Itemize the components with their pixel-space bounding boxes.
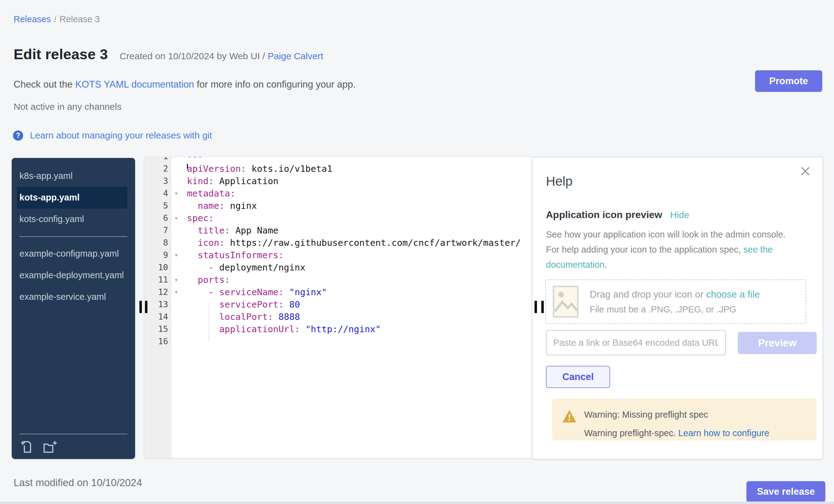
line-number: 2	[144, 162, 171, 175]
file-tree-actions	[19, 434, 127, 454]
fold-arrow-icon[interactable]: ▾	[171, 273, 187, 286]
code-line-7[interactable]: 7 title: App Name	[144, 224, 533, 237]
file-item-kots-config-yaml[interactable]: kots-config.yaml	[19, 209, 127, 230]
file-item-k8s-app-yaml[interactable]: k8s-app.yaml	[19, 165, 127, 187]
save-release-button[interactable]: Save release	[746, 481, 825, 502]
code-text: ---	[187, 157, 203, 162]
code-text: ports:	[187, 273, 230, 286]
fold-arrow-icon[interactable]: ▾	[171, 187, 187, 200]
left-pane-resize-handle[interactable]	[139, 301, 142, 313]
code-line-1[interactable]: 1---	[144, 157, 533, 162]
promote-button[interactable]: Promote	[755, 70, 822, 92]
fold-gutter	[171, 175, 187, 187]
code-line-5[interactable]: 5 name: nginx	[144, 200, 533, 212]
page-title: Edit release 3	[14, 46, 108, 63]
git-help-link[interactable]: ? Learn about managing your releases wit…	[13, 130, 212, 141]
code-line-8[interactable]: 8 icon: https://raw.githubusercontent.co…	[144, 237, 533, 249]
code-text: kind: Application	[187, 175, 279, 187]
file-item-example-configmap-yaml[interactable]: example-configmap.yaml	[19, 243, 127, 265]
channel-status: Not active in any channels	[14, 102, 122, 112]
line-number: 13	[144, 298, 171, 311]
file-item-example-deployment-yaml[interactable]: example-deployment.yaml	[19, 265, 127, 286]
created-info: Created on 10/10/2024 by Web UI / Paige …	[120, 51, 323, 61]
cancel-button[interactable]: Cancel	[546, 366, 610, 388]
title-row: Edit release 3 Created on 10/10/2024 by …	[14, 46, 323, 63]
code-text: - serviceName: "nginx"	[187, 286, 327, 298]
file-tree-sidebar: k8s-app.yamlkots-app.yamlkots-config.yam…	[12, 158, 135, 459]
code-line-4[interactable]: 4▾metadata:	[144, 187, 533, 200]
code-line-11[interactable]: 11▾ ports:	[144, 273, 533, 286]
code-line-2[interactable]: 2apiVersion: kots.io/v1beta1	[144, 162, 533, 175]
fold-gutter	[171, 224, 187, 237]
right-pane-resize-handle[interactable]	[534, 301, 537, 313]
indent-guide	[208, 305, 209, 341]
fold-arrow-icon[interactable]: ▾	[171, 249, 187, 261]
code-line-3[interactable]: 3kind: Application	[144, 175, 533, 187]
line-number: 6	[144, 212, 171, 224]
warning-detail: Warning preflight-spec. Learn how to con…	[584, 428, 769, 438]
fold-arrow-icon[interactable]: ▾	[171, 212, 187, 224]
line-number: 9	[144, 249, 171, 261]
yaml-editor[interactable]: 1---2apiVersion: kots.io/v1beta13kind: A…	[144, 157, 533, 458]
add-folder-icon[interactable]	[43, 439, 58, 454]
left-pane-resize-handle[interactable]	[145, 301, 148, 313]
learn-configure-link[interactable]: Learn how to configure	[678, 428, 769, 438]
author-link[interactable]: Paige Calvert	[268, 51, 323, 61]
dropzone-hint: File must be a .PNG, .JPEG, or .JPG	[590, 304, 760, 314]
line-number: 16	[144, 335, 171, 348]
code-text: localPort: 8888	[187, 311, 300, 323]
fold-gutter	[171, 200, 187, 212]
line-number: 7	[144, 224, 171, 237]
line-number: 14	[144, 311, 171, 323]
file-item-kots-app-yaml[interactable]: kots-app.yaml	[17, 187, 127, 209]
kots-yaml-docs-link[interactable]: KOTS YAML documentation	[75, 79, 194, 90]
dropzone-texts: Drag and drop your icon or choose a file…	[590, 289, 760, 314]
breadcrumb-releases-link[interactable]: Releases	[14, 14, 51, 24]
line-number: 10	[144, 261, 171, 273]
hide-link[interactable]: Hide	[670, 210, 689, 220]
code-line-14[interactable]: 14 localPort: 8888	[144, 311, 533, 323]
fold-gutter	[171, 323, 187, 335]
file-item-example-service-yaml[interactable]: example-service.yaml	[19, 286, 127, 308]
breadcrumb: Releases/Release 3	[14, 14, 100, 24]
text-cursor	[187, 164, 188, 169]
code-line-12[interactable]: 12▾ - serviceName: "nginx"	[144, 286, 533, 298]
section-title: Application icon preview	[546, 209, 662, 221]
icon-dropzone[interactable]: Drag and drop your icon or choose a file…	[545, 280, 806, 324]
code-line-6[interactable]: 6▾spec:	[144, 212, 533, 224]
right-pane-resize-handle[interactable]	[541, 301, 544, 313]
code-line-15[interactable]: 15 applicationUrl: "http://nginx"	[144, 323, 533, 335]
choose-file-link[interactable]: choose a file	[706, 289, 760, 300]
code-text: - deployment/nginx	[187, 261, 305, 273]
line-number: 12	[144, 286, 171, 298]
icon-url-input[interactable]	[546, 330, 726, 355]
release-editor-screen: Releases/Release 3 Edit release 3 Create…	[0, 0, 834, 504]
add-file-icon[interactable]	[19, 439, 34, 454]
icon-preview-section-header: Application icon preview Hide	[546, 209, 689, 221]
warning-triangle-icon	[563, 410, 576, 422]
line-number: 3	[144, 175, 171, 187]
code-text: apiVersion: kots.io/v1beta1	[187, 162, 332, 175]
code-lines: 1---2apiVersion: kots.io/v1beta13kind: A…	[144, 157, 533, 348]
code-text: metadata:	[187, 187, 235, 200]
code-line-10[interactable]: 10 - deployment/nginx	[144, 261, 533, 273]
docs-line: Check out the KOTS YAML documentation fo…	[14, 79, 356, 90]
fold-arrow-icon[interactable]: ▾	[171, 286, 187, 298]
fold-gutter	[171, 237, 187, 249]
fold-gutter	[171, 311, 187, 323]
section-description: See how your application icon will look …	[546, 227, 799, 272]
fold-gutter	[171, 261, 187, 273]
code-text: title: App Name	[187, 224, 279, 237]
warning-title: Warning: Missing preflight spec	[584, 410, 708, 420]
help-panel: Help Application icon preview Hide See h…	[532, 157, 823, 460]
code-line-13[interactable]: 13 servicePort: 80	[144, 298, 533, 311]
fold-gutter	[171, 162, 187, 175]
close-icon[interactable]	[800, 166, 811, 176]
code-text: applicationUrl: "http://nginx"	[187, 323, 381, 335]
code-line-9[interactable]: 9▾ statusInformers:	[144, 249, 533, 261]
code-line-16[interactable]: 16	[144, 335, 533, 348]
help-title: Help	[546, 174, 572, 189]
fold-gutter	[171, 157, 187, 162]
line-number: 8	[144, 237, 171, 249]
preview-button[interactable]: Preview	[738, 332, 817, 354]
